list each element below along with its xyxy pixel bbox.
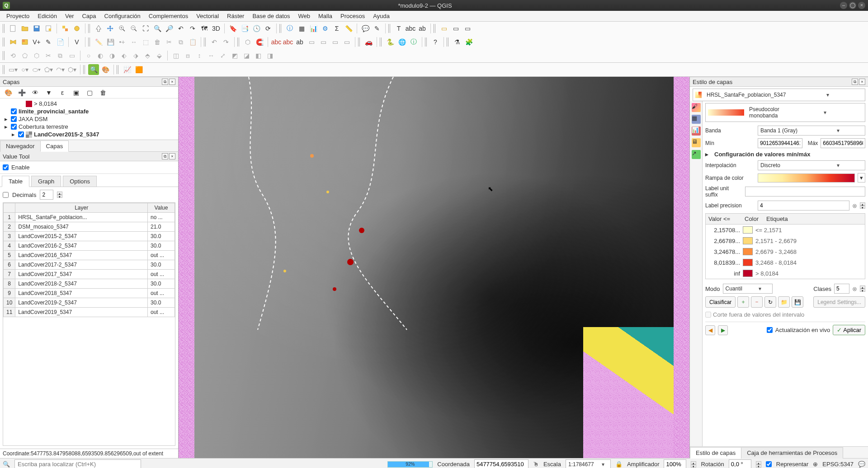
field-calc-icon[interactable]: 📊 <box>308 23 319 34</box>
map-canvas[interactable]: ⬉ <box>179 77 689 458</box>
table-row[interactable]: 4LandCover2016-2_534730.0 <box>4 241 175 251</box>
panel-undock-icon[interactable]: ⧉ <box>162 79 168 85</box>
adv-d19-icon[interactable]: ◩ <box>229 50 240 61</box>
live-update-checkbox[interactable] <box>767 327 773 333</box>
menu-ayuda[interactable]: Ayuda <box>369 12 393 20</box>
menu-edicion[interactable]: Edición <box>34 12 61 20</box>
profile-icon[interactable]: 📈 <box>122 64 132 75</box>
mag-up-icon[interactable]: ▴ <box>691 461 696 464</box>
layer-expr-icon[interactable]: ε <box>57 87 68 98</box>
menu-capa[interactable]: Capa <box>78 12 99 20</box>
map-tips-icon[interactable]: 💬 <box>360 23 371 34</box>
lock-icon[interactable]: 🔒 <box>615 461 623 468</box>
vt-tab-graph[interactable]: Graph <box>31 176 61 187</box>
crs-icon[interactable]: ⊕ <box>813 461 818 468</box>
menu-proyecto[interactable]: Proyecto <box>3 12 33 20</box>
adv-d20-icon[interactable]: ◪ <box>241 50 252 61</box>
snap-icon[interactable]: 🧲 <box>254 37 265 47</box>
table-row[interactable]: 8LandCover2018-2_534730.0 <box>4 279 175 289</box>
adv-d8-icon[interactable]: ◐ <box>95 50 106 61</box>
class-row[interactable]: 3,24678...2,6679 - 3,2468 <box>706 246 865 257</box>
label-icon[interactable]: abc <box>405 23 416 34</box>
histogram-icon[interactable]: 🟧 <box>133 64 144 75</box>
table-row[interactable]: 10LandCover2019-2_534730.0 <box>4 298 175 308</box>
table-row[interactable]: 9LandCover2018_5347out ... <box>4 289 175 298</box>
info-icon[interactable]: ⓘ <box>408 37 419 47</box>
crs-label[interactable]: EPSG:5347 <box>822 461 854 468</box>
tab-navegador[interactable]: Navegador <box>0 140 41 152</box>
history-fwd-icon[interactable]: ▶ <box>718 325 728 335</box>
prec-down-icon[interactable]: ▾ <box>860 206 865 209</box>
layer-row[interactable]: > 8,0184 <box>3 100 175 108</box>
class-row[interactable]: inf> 8,0184 <box>706 268 865 279</box>
osm-icon[interactable]: 🌐 <box>396 37 407 47</box>
layer-style-icon[interactable]: 🎨 <box>3 87 14 98</box>
interp-select[interactable]: Discreto▾ <box>758 160 865 170</box>
new-3d-view-icon[interactable]: 3D <box>211 23 222 34</box>
class-remove-icon[interactable]: － <box>751 296 763 308</box>
layer-expand-icon[interactable]: ▣ <box>71 87 81 98</box>
class-row[interactable]: 2,66789...2,1571 - 2,6679 <box>706 235 865 246</box>
class-swatch[interactable] <box>743 226 753 234</box>
menu-web[interactable]: Web <box>295 12 314 20</box>
style-close-icon[interactable]: × <box>859 79 865 85</box>
class-swatch[interactable] <box>743 248 753 255</box>
rot-up-icon[interactable]: ▴ <box>756 461 761 464</box>
coord-input[interactable] <box>474 459 528 468</box>
temporal-icon[interactable]: 🕓 <box>251 23 262 34</box>
layer-remove-icon[interactable]: 🗑 <box>98 87 108 98</box>
layer-row[interactable]: ▸LandCover2015-2_5347 <box>3 131 175 138</box>
layout-manager-icon[interactable] <box>60 23 71 34</box>
table-row[interactable]: 11LandCover2019_5347out ... <box>4 308 175 317</box>
band-select[interactable]: Banda 1 (Gray)▾ <box>758 126 865 136</box>
add-raster-icon[interactable] <box>19 37 30 47</box>
tab-procesos[interactable]: Caja de herramientas de Procesos <box>741 447 843 459</box>
rot-input[interactable] <box>729 459 751 468</box>
virtual-layer-icon[interactable]: V <box>71 37 82 47</box>
render-type-select[interactable]: Pseudocolor monobanda ▾ <box>705 103 865 122</box>
classes-clear-icon[interactable]: ⊗ <box>852 285 857 292</box>
mag-input[interactable] <box>664 459 686 468</box>
color-ramp[interactable] <box>758 173 855 183</box>
table-row[interactable]: 6LandCover2017-2_534730.0 <box>4 260 175 270</box>
apply-button[interactable]: ✓Aplicar <box>833 325 865 335</box>
shape-circle-icon[interactable]: ○▾ <box>19 64 30 75</box>
cut-icon[interactable]: ✂ <box>164 37 175 47</box>
panel-close-icon[interactable]: × <box>169 79 175 85</box>
menu-complementos[interactable]: Complementos <box>145 12 192 20</box>
layer-row[interactable]: limite_provincial_santafe <box>3 108 175 115</box>
vt-dec-up-icon[interactable]: ▴ <box>57 192 62 195</box>
show-bookmarks-icon[interactable]: 📑 <box>239 23 250 34</box>
zoom-full-icon[interactable]: ⛶ <box>140 23 151 34</box>
maximize-button[interactable]: ◯ <box>849 2 856 9</box>
adv-d16-icon[interactable]: ↕ <box>194 50 205 61</box>
table-row[interactable]: 5LandCover2016_5347out ... <box>4 251 175 260</box>
zoom-next-icon[interactable]: ↷ <box>187 23 198 34</box>
adv-digitize2-icon[interactable]: ⬠ <box>19 50 30 61</box>
resampling-icon[interactable]: ↗ <box>692 150 701 159</box>
shape-rect-icon[interactable]: ▭▾ <box>8 64 19 75</box>
deselect-icon[interactable]: ▭ <box>450 23 461 34</box>
scale-select[interactable]: 1:1784677▾ <box>566 459 611 468</box>
shape-reg-icon[interactable]: ⬡▾ <box>66 64 77 75</box>
close-button[interactable]: × <box>858 2 865 9</box>
vt-decimals-checkbox[interactable] <box>3 192 9 198</box>
label-rotate-icon[interactable]: abc <box>283 37 293 47</box>
expand-icon[interactable]: ▸ <box>5 116 9 122</box>
adv-digitize6-icon[interactable]: ▭ <box>66 50 77 61</box>
prec-up-icon[interactable]: ▴ <box>860 202 865 206</box>
mode-select[interactable]: Cuantil▾ <box>723 284 773 294</box>
layer-filter-icon[interactable]: ▼ <box>43 87 54 98</box>
class-swatch[interactable] <box>743 259 753 266</box>
toggle-edit-icon[interactable]: ✏️ <box>93 37 104 47</box>
render-checkbox[interactable] <box>766 461 772 467</box>
delete-icon[interactable]: 🗑 <box>152 37 163 47</box>
layer-visibility-checkbox[interactable] <box>11 108 17 114</box>
classify-button[interactable]: Clasificar <box>705 296 736 308</box>
new-project-icon[interactable] <box>8 23 19 34</box>
identify-icon[interactable]: ⓘ <box>284 23 295 34</box>
refresh-icon[interactable]: ⟳ <box>263 23 274 34</box>
annotation-icon[interactable]: ✎ <box>372 23 382 34</box>
add-feature-icon[interactable]: •+ <box>117 37 127 47</box>
class-row[interactable]: 8,01839...3,2468 - 8,0184 <box>706 257 865 268</box>
